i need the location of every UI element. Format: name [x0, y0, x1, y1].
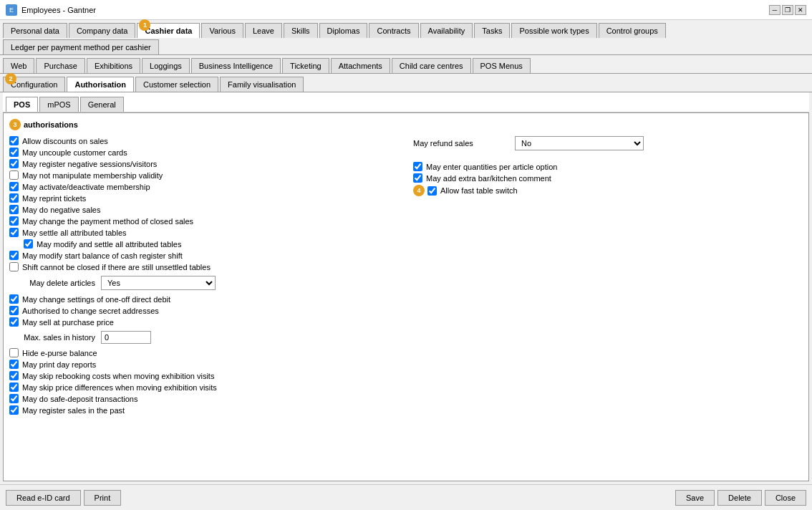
checkbox-cb4[interactable]	[9, 170, 19, 180]
tab-row2-loggings[interactable]: Loggings	[142, 58, 190, 73]
check-item-cb19: May skip price differences when moving e…	[9, 382, 399, 392]
right-checkbox-rcb2[interactable]	[413, 173, 422, 183]
close-button[interactable]: ✕	[795, 5, 806, 15]
tab-row2-purchase[interactable]: Purchase	[36, 58, 84, 73]
checkbox-cb1[interactable]	[9, 136, 19, 145]
checkbox-cb17[interactable]	[9, 360, 19, 369]
refund-row: May refund salesNoYesAsk	[413, 136, 803, 150]
max-sales-input[interactable]	[101, 331, 151, 344]
section-header: 3 authorisations	[9, 119, 803, 130]
restore-button[interactable]: ❐	[782, 5, 793, 15]
tab-row-2: WebPurchaseExhibitionsLoggingsBusiness I…	[0, 55, 812, 74]
two-col-layout: Allow discounts on salesMay uncouple cus…	[9, 136, 803, 417]
check-item-cb12: Shift cannot be closed if there are stil…	[9, 262, 399, 271]
tab-row-1: Personal dataCompany data1Cashier dataVa…	[0, 20, 812, 55]
tab-row1-tasks[interactable]: Tasks	[474, 23, 510, 38]
checkbox-cb20[interactable]	[9, 394, 19, 403]
tab-row2-exhibitions[interactable]: Exhibitions	[87, 58, 140, 73]
tab-row3-configuration[interactable]: 2Configuration	[3, 77, 65, 92]
label-cb17: May print day reports	[22, 360, 96, 369]
label-cb12: Shift cannot be closed if there are stil…	[22, 263, 211, 271]
checkbox-cb14[interactable]	[9, 306, 19, 315]
minimize-button[interactable]: ─	[769, 5, 780, 15]
checkbox-cb11[interactable]	[9, 251, 19, 260]
checkbox-cb7[interactable]	[9, 205, 19, 214]
checkbox-cb5[interactable]	[9, 182, 19, 191]
right-label-rcb1: May enter quantities per article option	[426, 163, 557, 171]
label-cb20: May do safe-deposit transactions	[22, 395, 137, 403]
btn-save[interactable]: Save	[675, 490, 715, 506]
label-cb15: May sell at purchase price	[22, 318, 114, 327]
label-cb21: May register sales in the past	[22, 406, 125, 415]
tab-row1-diplomas[interactable]: Diplomas	[319, 23, 368, 38]
checkbox-cb3[interactable]	[9, 159, 19, 168]
check-item-cb11: May modify start balance of cash registe…	[9, 251, 399, 260]
right-label-rcb2: May add extra bar/kitchen comment	[426, 174, 551, 183]
tab-row2-child-care-centres[interactable]: Child care centres	[392, 58, 471, 73]
check-item-cb5: May activate/deactivate membership	[9, 182, 399, 191]
tab-row1-personal-data[interactable]: Personal data	[3, 23, 67, 38]
app-icon: E	[6, 4, 17, 16]
label-cb16: Hide e-purse balance	[22, 349, 97, 357]
refund-select[interactable]: NoYesAsk	[515, 136, 644, 150]
right-check-item-rcb2: May add extra bar/kitchen comment	[413, 173, 803, 183]
tab-row3-authorisation[interactable]: Authorisation	[67, 77, 134, 92]
check-item-cb21: May register sales in the past	[9, 405, 399, 415]
checkbox-cb6[interactable]	[9, 193, 19, 203]
tab-row3-family-visualisation[interactable]: Family visualisation	[220, 77, 304, 92]
check-item-cb13: May change settings of one-off direct de…	[9, 294, 399, 304]
section-badge-3: 3	[9, 119, 21, 130]
checkbox-cb19[interactable]	[9, 382, 19, 392]
checkbox-cb8[interactable]	[9, 216, 19, 226]
checkbox-cb12[interactable]	[9, 262, 19, 271]
checkbox-cb2[interactable]	[9, 148, 19, 157]
check-item-cb4: May not manipulate membership validity	[9, 170, 399, 180]
btn-delete[interactable]: Delete	[717, 490, 762, 506]
tab-row1-contracts[interactable]: Contracts	[369, 23, 418, 38]
checkbox-cb21[interactable]	[9, 405, 19, 415]
tab-row2-attachments[interactable]: Attachments	[331, 58, 390, 73]
check-item-cb16: Hide e-purse balance	[9, 348, 399, 357]
tab-row4-pos[interactable]: POS	[6, 97, 38, 112]
tab-row2-business-intelligence[interactable]: Business Intelligence	[191, 58, 281, 73]
tab-row1-skills[interactable]: Skills	[284, 23, 318, 38]
tab-row1-cashier-data[interactable]: 1Cashier data	[137, 23, 200, 38]
checkbox-cb18[interactable]	[9, 371, 19, 380]
right-check-item-rcb3: 4Allow fast table switch	[413, 185, 803, 196]
tab-row1-ledger-per-payment-method-per-cashier[interactable]: Ledger per payment method per cashier	[3, 39, 159, 54]
section-badge-4: 4	[413, 185, 425, 196]
checkbox-cb9[interactable]	[9, 228, 19, 237]
tab-row1-leave[interactable]: Leave	[245, 23, 282, 38]
tab-row1-availability[interactable]: Availability	[420, 23, 473, 38]
right-checkbox-rcb3[interactable]	[427, 186, 437, 196]
tab-row2-ticketing[interactable]: Ticketing	[282, 58, 329, 73]
tab-row3-customer-selection[interactable]: Customer selection	[135, 77, 218, 92]
btn-close[interactable]: Close	[765, 490, 806, 506]
main-container: Personal dataCompany data1Cashier dataVa…	[0, 20, 812, 510]
titlebar: E Employees - Gantner ─ ❐ ✕	[0, 0, 812, 20]
tab-row1-control-groups[interactable]: Control groups	[599, 23, 666, 38]
tab-row2-web[interactable]: Web	[3, 58, 34, 73]
tab-row2-pos-menus[interactable]: POS Menus	[473, 58, 531, 73]
tab-row4-general[interactable]: General	[80, 97, 124, 112]
check-item-cb15: May sell at purchase price	[9, 317, 399, 327]
check-item-cb6: May reprint tickets	[9, 193, 399, 203]
label-cb2: May uncouple customer cards	[22, 148, 127, 157]
check-item-cb14: Authorised to change secret addresses	[9, 306, 399, 315]
checkbox-cb16[interactable]	[9, 348, 19, 357]
window-controls: ─ ❐ ✕	[769, 5, 806, 15]
right-checkbox-rcb1[interactable]	[413, 162, 422, 171]
label-cb19: May skip price differences when moving e…	[22, 383, 217, 392]
tab-row1-company-data[interactable]: Company data	[69, 23, 136, 38]
check-item-cb9: May settle all attributed tables	[9, 228, 399, 237]
tab-row1-possible-work-types[interactable]: Possible work types	[511, 23, 596, 38]
btn-print[interactable]: Print	[84, 490, 122, 506]
delete-articles-row: May delete articlesYesNoAsk	[9, 276, 399, 290]
delete-articles-select[interactable]: YesNoAsk	[101, 276, 216, 290]
checkbox-cb10[interactable]	[24, 239, 33, 249]
btn-read-e-id-card[interactable]: Read e-ID card	[6, 490, 81, 506]
checkbox-cb15[interactable]	[9, 317, 19, 327]
tab-row4-mpos[interactable]: mPOS	[39, 97, 78, 112]
checkbox-cb13[interactable]	[9, 294, 19, 304]
tab-row1-various[interactable]: Various	[201, 23, 243, 38]
